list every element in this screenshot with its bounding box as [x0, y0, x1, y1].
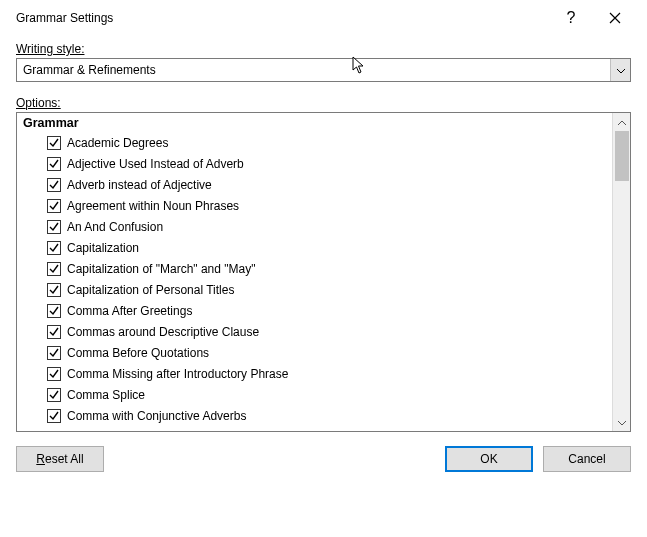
dialog-button-row: Reset All OK Cancel — [0, 432, 647, 472]
list-item[interactable]: Agreement within Noun Phrases — [21, 195, 612, 216]
list-item[interactable]: Comma with Conjunctive Adverbs — [21, 405, 612, 426]
list-item[interactable]: Comma Before Quotations — [21, 342, 612, 363]
list-item-label: Adjective Used Instead of Adverb — [67, 155, 244, 173]
list-item[interactable]: Capitalization — [21, 237, 612, 258]
checkbox[interactable] — [47, 178, 61, 192]
list-item[interactable]: Adjective Used Instead of Adverb — [21, 153, 612, 174]
list-item-label: Comma with Conjunctive Adverbs — [67, 407, 246, 425]
scrollbar-thumb[interactable] — [615, 131, 629, 181]
list-item-label: Academic Degrees — [67, 134, 168, 152]
checkbox[interactable] — [47, 220, 61, 234]
vertical-scrollbar[interactable] — [612, 113, 630, 431]
titlebar: Grammar Settings ? — [0, 0, 647, 36]
writing-style-combo[interactable]: Grammar & Refinements — [16, 58, 631, 82]
help-icon: ? — [567, 9, 576, 27]
list-item-label: Comma Missing after Introductory Phrase — [67, 365, 288, 383]
list-item-label: Comma Splice — [67, 386, 145, 404]
dialog-content: Writing style: Grammar & Refinements Opt… — [0, 36, 647, 432]
list-item-label: Agreement within Noun Phrases — [67, 197, 239, 215]
cancel-button[interactable]: Cancel — [543, 446, 631, 472]
list-item[interactable]: Comma Splice — [21, 384, 612, 405]
checkbox[interactable] — [47, 199, 61, 213]
checkbox[interactable] — [47, 241, 61, 255]
list-item[interactable]: An And Confusion — [21, 216, 612, 237]
checkbox[interactable] — [47, 157, 61, 171]
checkbox[interactable] — [47, 262, 61, 276]
list-item-label: Capitalization of "March" and "May" — [67, 260, 255, 278]
checkbox[interactable] — [47, 325, 61, 339]
list-item[interactable]: Commas around Descriptive Clause — [21, 321, 612, 342]
dialog-title: Grammar Settings — [16, 11, 113, 25]
checkbox[interactable] — [47, 388, 61, 402]
checkbox[interactable] — [47, 346, 61, 360]
list-item[interactable]: Comma Missing after Introductory Phrase — [21, 363, 612, 384]
list-item[interactable]: Comma After Greetings — [21, 300, 612, 321]
options-list-inner: Grammar Academic DegreesAdjective Used I… — [17, 113, 612, 431]
checkbox[interactable] — [47, 136, 61, 150]
list-item-label: Capitalization of Personal Titles — [67, 281, 234, 299]
writing-style-value: Grammar & Refinements — [23, 63, 156, 77]
list-item-label: Commas around Descriptive Clause — [67, 323, 259, 341]
list-item[interactable]: Adverb instead of Adjective — [21, 174, 612, 195]
chevron-up-icon — [618, 115, 626, 129]
list-item[interactable]: Capitalization of Personal Titles — [21, 279, 612, 300]
list-item-label: Comma Before Quotations — [67, 344, 209, 362]
list-item-label: Comma After Greetings — [67, 302, 192, 320]
group-header-grammar: Grammar — [21, 115, 612, 132]
scroll-down-button[interactable] — [613, 413, 630, 431]
checkbox[interactable] — [47, 409, 61, 423]
close-button[interactable] — [593, 2, 637, 34]
ok-button[interactable]: OK — [445, 446, 533, 472]
chevron-down-icon — [617, 63, 625, 77]
checkbox[interactable] — [47, 304, 61, 318]
writing-style-label: Writing style: — [16, 42, 631, 56]
options-listbox: Grammar Academic DegreesAdjective Used I… — [16, 112, 631, 432]
checkbox[interactable] — [47, 283, 61, 297]
list-item-label: Adverb instead of Adjective — [67, 176, 212, 194]
list-item-label: Capitalization — [67, 239, 139, 257]
close-icon — [609, 10, 621, 27]
checkbox[interactable] — [47, 367, 61, 381]
help-button[interactable]: ? — [549, 2, 593, 34]
list-item[interactable]: Capitalization of "March" and "May" — [21, 258, 612, 279]
combo-dropdown-button[interactable] — [610, 59, 630, 81]
scroll-up-button[interactable] — [613, 113, 630, 131]
reset-all-button[interactable]: Reset All — [16, 446, 104, 472]
list-item-label: An And Confusion — [67, 218, 163, 236]
list-item[interactable]: Academic Degrees — [21, 132, 612, 153]
chevron-down-icon — [618, 415, 626, 429]
options-label: Options: — [16, 96, 631, 110]
